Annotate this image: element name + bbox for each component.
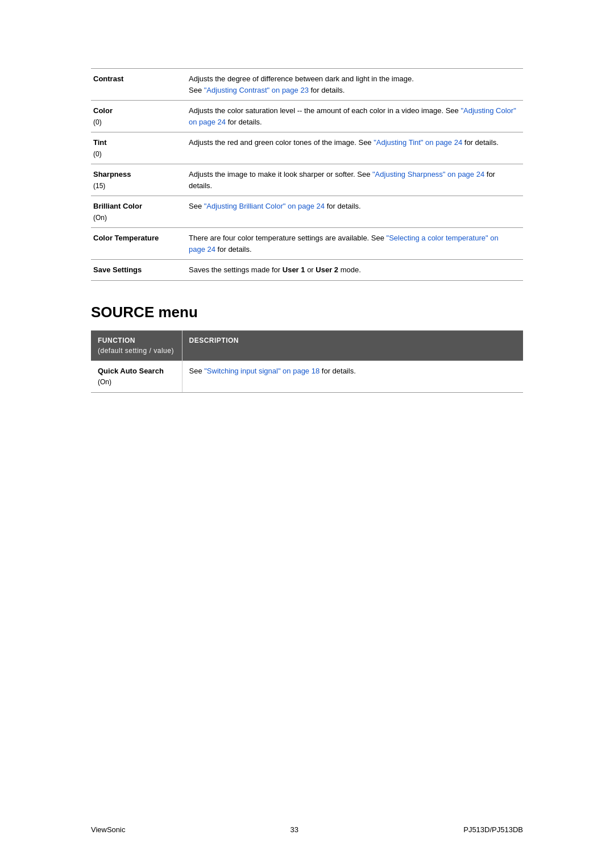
table-row: Tint (0) Adjusts the red and green color…	[91, 132, 523, 164]
function-label: Brilliant Color	[93, 202, 142, 210]
color-link[interactable]: "Adjusting Color" on page 24	[189, 106, 516, 126]
function-default: (On)	[93, 214, 107, 222]
description-cell: See "Switching input signal" on page 18 …	[182, 360, 523, 392]
function-cell: Save Settings	[91, 260, 182, 281]
table-row: Brilliant Color (On) See "Adjusting Bril…	[91, 196, 523, 228]
table-row: Color (0) Adjusts the color saturation l…	[91, 101, 523, 132]
table-row: Quick Auto Search (On) See "Switching in…	[91, 360, 523, 392]
function-label: Save Settings	[93, 265, 142, 274]
function-label: Quick Auto Search	[98, 367, 164, 375]
function-default: (15)	[93, 182, 105, 190]
function-cell: Contrast	[91, 69, 182, 101]
color-settings-table: Contrast Adjusts the degree of differenc…	[91, 68, 523, 281]
function-cell: Quick Auto Search (On)	[91, 360, 182, 392]
sharpness-link[interactable]: "Adjusting Sharpness" on page 24	[372, 170, 484, 178]
header-function-sub: (default setting / value)	[98, 347, 174, 355]
description-cell: Adjusts the color saturation level -- th…	[182, 101, 523, 132]
function-cell: Color (0)	[91, 101, 182, 132]
tint-link[interactable]: "Adjusting Tint" on page 24	[374, 138, 462, 147]
function-cell: Brilliant Color (On)	[91, 196, 182, 228]
function-label: Tint	[93, 138, 107, 147]
footer-left: ViewSonic	[91, 825, 125, 834]
table-row: Contrast Adjusts the degree of differenc…	[91, 69, 523, 101]
function-default: (0)	[93, 150, 102, 158]
quick-auto-search-link[interactable]: "Switching input signal" on page 18	[204, 367, 320, 375]
source-settings-table: FUNCTION (default setting / value) DESCR…	[91, 330, 523, 393]
color-temp-link[interactable]: "Selecting a color temperature" on page …	[189, 234, 499, 254]
function-label: Sharpness	[93, 170, 131, 178]
function-label: Contrast	[93, 74, 123, 83]
description-cell: Adjusts the degree of difference between…	[182, 69, 523, 101]
table-row: Sharpness (15) Adjusts the image to make…	[91, 164, 523, 196]
header-description: DESCRIPTION	[182, 330, 523, 360]
function-default: (On)	[98, 378, 111, 386]
table-row: Color Temperature There are four color t…	[91, 228, 523, 260]
function-cell: Sharpness (15)	[91, 164, 182, 196]
table-row: Save Settings Saves the settings made fo…	[91, 260, 523, 281]
description-cell: Adjusts the image to make it look sharpe…	[182, 164, 523, 196]
page-footer: ViewSonic 33 PJ513D/PJ513DB	[91, 825, 523, 834]
header-description-label: DESCRIPTION	[189, 337, 239, 344]
function-default: (0)	[93, 118, 102, 126]
header-function: FUNCTION (default setting / value)	[91, 330, 182, 360]
source-menu-title: SOURCE menu	[91, 304, 523, 321]
function-cell: Color Temperature	[91, 228, 182, 260]
page: Contrast Adjusts the degree of differenc…	[0, 0, 614, 868]
footer-center: 33	[291, 825, 298, 834]
description-cell: Adjusts the red and green color tones of…	[182, 132, 523, 164]
function-label: Color Temperature	[93, 234, 159, 242]
function-cell: Tint (0)	[91, 132, 182, 164]
description-cell: There are four color temperature setting…	[182, 228, 523, 260]
contrast-link[interactable]: "Adjusting Contrast" on page 23	[204, 86, 309, 94]
header-function-label: FUNCTION	[98, 337, 135, 344]
description-cell: See "Adjusting Brilliant Color" on page …	[182, 196, 523, 228]
brilliant-color-link[interactable]: "Adjusting Brilliant Color" on page 24	[204, 202, 325, 210]
description-cell: Saves the settings made for User 1 or Us…	[182, 260, 523, 281]
footer-right: PJ513D/PJ513DB	[463, 825, 523, 834]
function-label: Color	[93, 106, 113, 115]
table-header-row: FUNCTION (default setting / value) DESCR…	[91, 330, 523, 360]
